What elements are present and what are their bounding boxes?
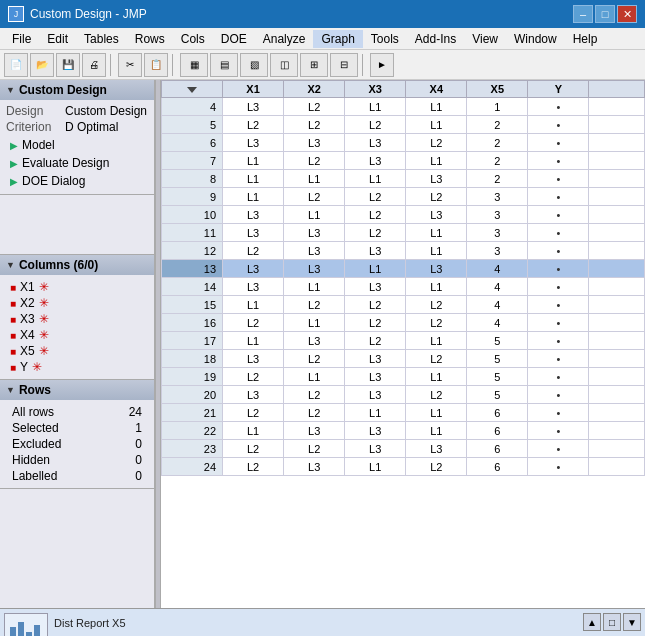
toolbar-new[interactable]: 📄 [4, 53, 28, 77]
table-row[interactable]: 4L3L2L1L11• [162, 98, 645, 116]
cell-y[interactable]: • [528, 332, 589, 350]
cell-extra[interactable] [589, 206, 645, 224]
cell-rownum[interactable]: 24 [162, 458, 223, 476]
cell-y[interactable]: • [528, 260, 589, 278]
toolbar-btn7[interactable]: ⊞ [300, 53, 328, 77]
cell-y[interactable]: • [528, 404, 589, 422]
cell-x5[interactable]: 2 [467, 116, 528, 134]
cell-x4[interactable]: L1 [406, 332, 467, 350]
cell-y[interactable]: • [528, 386, 589, 404]
cell-x1[interactable]: L2 [223, 242, 284, 260]
toolbar-btn9[interactable]: ► [370, 53, 394, 77]
cell-x5[interactable]: 6 [467, 458, 528, 476]
table-scroll[interactable]: X1 X2 X3 X4 X5 Y 4L3L2L1L11•5L2L2L2L12•6… [161, 80, 645, 608]
menu-analyze[interactable]: Analyze [255, 30, 314, 48]
cell-x2[interactable]: L3 [284, 242, 345, 260]
col-header-x5[interactable]: X5 [467, 81, 528, 98]
table-row[interactable]: 5L2L2L2L12• [162, 116, 645, 134]
toolbar-btn6[interactable]: ◫ [270, 53, 298, 77]
cell-x5[interactable]: 4 [467, 278, 528, 296]
cell-rownum[interactable]: 15 [162, 296, 223, 314]
cell-extra[interactable] [589, 440, 645, 458]
cell-x2[interactable]: L1 [284, 206, 345, 224]
cell-x3[interactable]: L3 [345, 134, 406, 152]
cell-x5[interactable]: 2 [467, 134, 528, 152]
cell-x1[interactable]: L2 [223, 368, 284, 386]
cell-y[interactable]: • [528, 458, 589, 476]
cell-x1[interactable]: L3 [223, 206, 284, 224]
toolbar-btn5[interactable]: ▧ [240, 53, 268, 77]
cell-x4[interactable]: L2 [406, 350, 467, 368]
table-row[interactable]: 23L2L2L3L36• [162, 440, 645, 458]
menu-addins[interactable]: Add-Ins [407, 30, 464, 48]
cell-y[interactable]: • [528, 422, 589, 440]
cell-x1[interactable]: L2 [223, 404, 284, 422]
cell-rownum[interactable]: 5 [162, 116, 223, 134]
cell-x5[interactable]: 4 [467, 260, 528, 278]
cell-x2[interactable]: L1 [284, 368, 345, 386]
cell-x2[interactable]: L2 [284, 404, 345, 422]
cell-rownum[interactable]: 19 [162, 368, 223, 386]
cell-extra[interactable] [589, 368, 645, 386]
cell-x5[interactable]: 3 [467, 206, 528, 224]
nav-neutral-button[interactable]: □ [603, 613, 621, 631]
cell-x5[interactable]: 3 [467, 224, 528, 242]
menu-window[interactable]: Window [506, 30, 565, 48]
cell-y[interactable]: • [528, 224, 589, 242]
cell-rownum[interactable]: 6 [162, 134, 223, 152]
cell-x1[interactable]: L2 [223, 314, 284, 332]
tree-item-doe-dialog[interactable]: ▶ DOE Dialog [6, 172, 148, 190]
cell-extra[interactable] [589, 332, 645, 350]
menu-graph[interactable]: Graph [313, 30, 362, 48]
table-row[interactable]: 12L2L3L3L13• [162, 242, 645, 260]
cell-x1[interactable]: L1 [223, 422, 284, 440]
cell-x5[interactable]: 5 [467, 368, 528, 386]
cell-x4[interactable]: L2 [406, 296, 467, 314]
cell-x5[interactable]: 6 [467, 440, 528, 458]
maximize-button[interactable]: □ [595, 5, 615, 23]
table-row[interactable]: 20L3L2L3L25• [162, 386, 645, 404]
cell-x1[interactable]: L1 [223, 332, 284, 350]
cell-x1[interactable]: L3 [223, 350, 284, 368]
cell-x4[interactable]: L3 [406, 440, 467, 458]
menu-tools[interactable]: Tools [363, 30, 407, 48]
menu-rows[interactable]: Rows [127, 30, 173, 48]
cell-x1[interactable]: L1 [223, 152, 284, 170]
cell-rownum[interactable]: 16 [162, 314, 223, 332]
table-row[interactable]: 15L1L2L2L24• [162, 296, 645, 314]
cell-extra[interactable] [589, 134, 645, 152]
cell-x2[interactable]: L2 [284, 350, 345, 368]
cell-extra[interactable] [589, 386, 645, 404]
toolbar-print[interactable]: 🖨 [82, 53, 106, 77]
table-row[interactable]: 18L3L2L3L25• [162, 350, 645, 368]
tree-item-model[interactable]: ▶ Model [6, 136, 148, 154]
col-x2[interactable]: ■ X2 ✳ [6, 295, 148, 311]
cell-rownum[interactable]: 8 [162, 170, 223, 188]
minimize-button[interactable]: – [573, 5, 593, 23]
nav-down-button[interactable]: ▼ [623, 613, 641, 631]
cell-y[interactable]: • [528, 350, 589, 368]
menu-help[interactable]: Help [565, 30, 606, 48]
cell-x5[interactable]: 6 [467, 404, 528, 422]
cell-x3[interactable]: L2 [345, 116, 406, 134]
nav-up-button[interactable]: ▲ [583, 613, 601, 631]
columns-header[interactable]: ▼ Columns (6/0) [0, 255, 154, 275]
cell-y[interactable]: • [528, 152, 589, 170]
cell-rownum[interactable]: 11 [162, 224, 223, 242]
cell-x4[interactable]: L2 [406, 188, 467, 206]
cell-rownum[interactable]: 23 [162, 440, 223, 458]
cell-x5[interactable]: 2 [467, 170, 528, 188]
cell-x5[interactable]: 4 [467, 296, 528, 314]
cell-x2[interactable]: L2 [284, 440, 345, 458]
cell-x2[interactable]: L3 [284, 134, 345, 152]
cell-extra[interactable] [589, 296, 645, 314]
col-header-x3[interactable]: X3 [345, 81, 406, 98]
menu-edit[interactable]: Edit [39, 30, 76, 48]
cell-rownum[interactable]: 21 [162, 404, 223, 422]
cell-x3[interactable]: L2 [345, 296, 406, 314]
cell-x4[interactable]: L1 [406, 224, 467, 242]
table-row[interactable]: 13L3L3L1L34• [162, 260, 645, 278]
cell-x2[interactable]: L3 [284, 422, 345, 440]
cell-x3[interactable]: L3 [345, 422, 406, 440]
cell-x3[interactable]: L1 [345, 404, 406, 422]
